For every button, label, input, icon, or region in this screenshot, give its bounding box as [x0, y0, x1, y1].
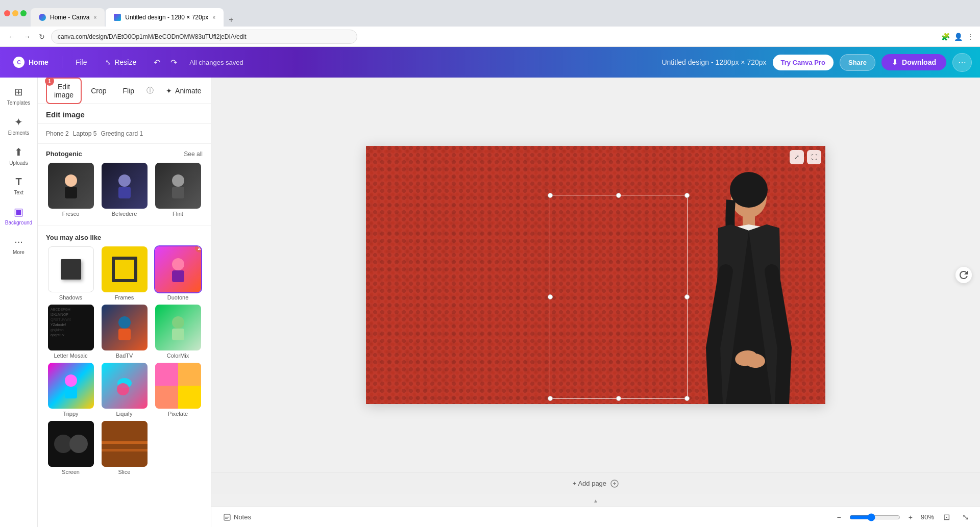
liquify-preview [112, 373, 137, 398]
badtv-thumb [102, 305, 148, 350]
svg-text:ABCDEFGH: ABCDEFGH [51, 308, 70, 311]
new-tab-btn[interactable]: + [225, 13, 237, 27]
home-btn[interactable]: C Home [8, 54, 54, 71]
filter-slice[interactable]: Slice [100, 421, 149, 475]
tab-design[interactable]: Untitled design - 1280 × 720px × [106, 8, 224, 27]
window-close-btn[interactable] [4, 10, 10, 16]
sidebar-item-more[interactable]: ··· More [2, 232, 36, 259]
browser-icons: 🧩 👤 ⋮ [941, 33, 974, 41]
resize-btn[interactable]: ⤡ Resize [100, 55, 141, 69]
crop-btn[interactable]: Crop [84, 83, 113, 99]
nav-forward-btn[interactable]: → [21, 31, 33, 43]
address-input[interactable] [51, 30, 357, 44]
svg-rect-25 [155, 386, 178, 409]
window-min-btn[interactable] [12, 10, 18, 16]
info-btn[interactable]: ⓘ [143, 84, 157, 98]
share-btn[interactable]: Share [840, 54, 875, 71]
svg-rect-16 [118, 329, 131, 340]
canvas-frame: ⤢ ⛶ [366, 146, 825, 404]
redo-btn[interactable]: ↷ [166, 56, 181, 69]
filter-screen[interactable]: Screen [46, 421, 95, 475]
duotone-badge: 2 [195, 246, 201, 253]
panel-tab-laptop[interactable]: Laptop 5 [73, 128, 97, 139]
flip-btn[interactable]: Flip [116, 83, 142, 99]
header-more-btn[interactable]: ⋯ [952, 53, 972, 72]
slice-label: Slice [118, 469, 131, 475]
filter-colormix[interactable]: ColorMix [153, 305, 203, 359]
fullscreen-btn[interactable]: ⤡ [959, 509, 972, 525]
sidebar-item-elements[interactable]: ✦ Elements [2, 112, 36, 140]
zoom-out-btn[interactable]: − [835, 511, 843, 523]
may-also-like-section: You may also like Shadows [38, 228, 211, 481]
svg-point-22 [117, 383, 129, 395]
belvedere-label: Belvedere [112, 211, 137, 217]
tab-canva-icon [39, 14, 46, 21]
filter-pixelate[interactable]: Pixelate [153, 363, 203, 417]
notes-label: Notes [234, 513, 251, 521]
try-pro-btn[interactable]: Try Canva Pro [773, 55, 834, 70]
filter-liquify[interactable]: Liquify [100, 363, 149, 417]
svg-rect-7 [172, 270, 184, 282]
templates-icon: ⊞ [14, 86, 23, 98]
app-header: C Home File ⤡ Resize ↶ ↷ All changes sav… [0, 47, 980, 78]
colormix-preview [165, 315, 191, 340]
resize-label: Resize [114, 58, 136, 66]
notes-btn[interactable]: Notes [219, 511, 255, 523]
undo-btn[interactable]: ↶ [150, 56, 164, 69]
add-page-bar[interactable]: + Add page [211, 472, 980, 494]
panel-scroll: Edit image Phone 2 Laptop 5 Greeting car… [38, 104, 211, 527]
sidebar-item-uploads[interactable]: ⬆ Uploads [2, 142, 36, 170]
browser-menu-btn[interactable]: ⋮ [967, 33, 974, 41]
svg-rect-1 [65, 187, 77, 198]
filter-fresco[interactable]: Fresco [46, 163, 95, 217]
see-all-btn[interactable]: See all [184, 150, 203, 158]
filter-duotone[interactable]: 2 Duotone [153, 246, 203, 300]
tab-design-close[interactable]: × [212, 15, 215, 20]
more-label: More [13, 249, 24, 255]
notes-icon [224, 514, 231, 521]
filter-flint[interactable]: Flint [153, 163, 203, 217]
svg-rect-24 [178, 363, 201, 386]
svg-point-2 [118, 174, 131, 187]
browser-extensions-btn[interactable]: 🧩 [941, 33, 950, 41]
filter-badtv[interactable]: BadTV [100, 305, 149, 359]
screen-label: Screen [62, 469, 80, 475]
zoom-slider[interactable] [849, 513, 900, 521]
tab-home-close[interactable]: × [93, 15, 96, 20]
sidebar-item-background[interactable]: ▣ Background [2, 202, 36, 230]
header-divider [62, 56, 62, 68]
browser-profile-btn[interactable]: 👤 [954, 33, 963, 41]
animate-btn[interactable]: ✦ Animate [159, 83, 208, 99]
file-btn[interactable]: File [70, 55, 92, 69]
svg-rect-20 [65, 387, 77, 398]
download-btn[interactable]: ⬇ Download [881, 54, 946, 70]
filter-shadows[interactable]: Shadows [46, 246, 95, 300]
home-label: Home [29, 58, 48, 66]
letter-mosaic-label: Letter Mosaic [54, 353, 87, 359]
filter-letter-mosaic[interactable]: ABCDEFGH IJKLMNOP QRSTUVWX YZabcdef ghij… [46, 305, 95, 359]
panel-tab-greeting[interactable]: Greeting card 1 [101, 128, 143, 139]
elements-label: Elements [8, 130, 30, 136]
canvas-container[interactable]: ⤢ ⛶ [211, 78, 980, 472]
canvas-refresh-btn[interactable] [955, 267, 972, 283]
sidebar-item-text[interactable]: T Text [2, 172, 36, 199]
nav-back-btn[interactable]: ← [6, 31, 17, 43]
tab-home[interactable]: Home - Canva × [31, 8, 105, 27]
window-max-btn[interactable] [20, 10, 27, 16]
photogenic-title: Photogenic [46, 150, 82, 158]
nav-refresh-btn[interactable]: ↻ [37, 31, 47, 43]
filter-belvedere[interactable]: Belvedere [100, 163, 149, 217]
expand-btn-2[interactable]: ⛶ [807, 150, 821, 164]
fit-screen-btn[interactable]: ⊡ [940, 509, 953, 525]
expand-btn-1[interactable]: ⤢ [790, 150, 804, 164]
photogenic-header: Photogenic See all [46, 150, 203, 158]
filter-trippy[interactable]: Trippy [46, 363, 95, 417]
shadows-label: Shadows [59, 294, 82, 300]
letter-mosaic-preview: ABCDEFGH IJKLMNOP QRSTUVWX YZabcdef ghij… [48, 305, 94, 350]
panel-tab-phone[interactable]: Phone 2 [46, 128, 69, 139]
filter-frames[interactable]: Frames [100, 246, 149, 300]
canvas-area: ⤢ ⛶ + Add page ▲ [211, 78, 980, 527]
sidebar-item-templates[interactable]: ⊞ Templates [2, 82, 36, 110]
saved-status: All changes saved [189, 59, 243, 66]
zoom-in-btn[interactable]: + [906, 511, 915, 523]
